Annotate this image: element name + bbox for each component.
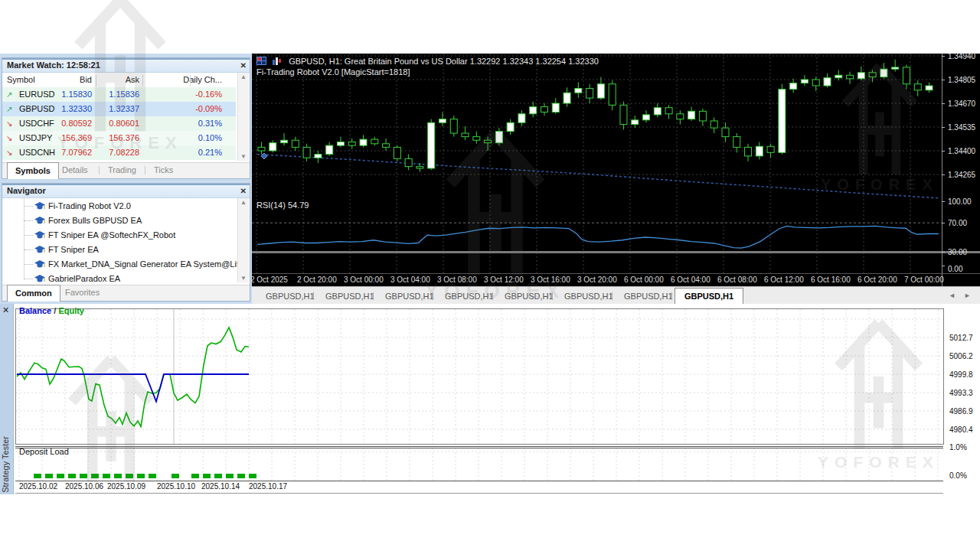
- scroll-down-icon[interactable]: ▼: [238, 153, 249, 160]
- chart-shift-icon[interactable]: [272, 57, 282, 65]
- market-watch-titlebar[interactable]: Market Watch: 12:58:21 ✕: [2, 58, 250, 73]
- price-chart-canvas[interactable]: [252, 54, 942, 274]
- bid-value: 156.369: [61, 131, 92, 145]
- tester-value-label: 4999.8: [949, 370, 973, 379]
- bid-value: 0.80592: [61, 116, 92, 131]
- tab-details[interactable]: Details: [54, 163, 96, 178]
- tabs-scroll-right-icon[interactable]: ►: [964, 292, 971, 299]
- tester-date-label: 2025.10.17: [249, 482, 287, 491]
- tab-divider: [612, 292, 612, 300]
- tab-ticks[interactable]: Ticks: [146, 163, 181, 178]
- column-header-symbol[interactable]: Symbol: [7, 75, 35, 84]
- table-row-eurusd[interactable]: ↗ EURUSD 1.15830 1.15836 -0.16%: [2, 87, 236, 102]
- time-axis-label: 3 Oct 16:00: [531, 276, 570, 284]
- expert-advisor-icon: [34, 246, 45, 254]
- time-axis-label: 6 Oct 08:00: [717, 276, 757, 284]
- strategy-tester-sidebar[interactable]: ✕ Strategy Tester: [0, 304, 14, 494]
- daily-change-value: 0.21%: [198, 145, 222, 160]
- strategy-tester-label: Strategy Tester: [1, 436, 10, 493]
- column-header-bid[interactable]: Bid: [80, 75, 92, 84]
- trend-down-icon: ↘: [6, 145, 15, 160]
- price-axis[interactable]: 1.349401.348051.346701.345351.344001.342…: [942, 54, 980, 286]
- symbol-label: USDCHF: [19, 116, 54, 131]
- tab-trading[interactable]: Trading: [100, 163, 144, 178]
- scroll-down-icon[interactable]: ▼: [238, 275, 249, 282]
- axis-tick: [942, 266, 945, 266]
- scroll-up-icon[interactable]: ▲: [238, 199, 249, 206]
- navigator-item[interactable]: FT Sniper EA: [2, 243, 234, 257]
- navigator-item[interactable]: Fi-Trading Robot V2.0: [2, 199, 234, 214]
- axis-tick: [942, 127, 945, 128]
- table-row-usdjpy[interactable]: ↘ USDJPY 156.369 156.376 0.10%: [2, 131, 236, 145]
- symbol-label: GBPUSD: [19, 102, 54, 116]
- price-axis-label: 1.34535: [948, 123, 975, 132]
- axis-tick: [942, 103, 945, 104]
- tab-divider: [313, 292, 314, 300]
- table-row-gbpusd[interactable]: ↗ GBPUSD 1.32330 1.32337 -0.09%: [2, 102, 236, 116]
- tester-date-label: 2025.10.09: [107, 482, 145, 491]
- navigator-item[interactable]: Forex Bulls GBPUSD EA: [2, 214, 234, 228]
- tree-twig: [24, 264, 33, 265]
- ask-value: 0.80601: [109, 116, 139, 131]
- market-watch-tabbar: Symbols Details Trading Ticks: [2, 162, 250, 178]
- tab-divider: [433, 292, 433, 300]
- navigator-item[interactable]: FX Market_DNA_Signal Generator EA System…: [2, 257, 234, 272]
- navigator-title: Navigator: [7, 186, 46, 195]
- tab-divider: [492, 292, 493, 300]
- ask-value: 1.15836: [109, 87, 139, 102]
- pane-splitter[interactable]: [252, 251, 980, 253]
- market-watch-header[interactable]: Symbol Bid Ask Daily Ch...: [2, 73, 236, 88]
- trend-down-icon: ↘: [6, 131, 15, 145]
- tester-value-label: 5012.7: [949, 334, 973, 342]
- close-icon[interactable]: ✕: [240, 60, 247, 71]
- time-axis-label: 2 Oct 20:00: [297, 276, 337, 284]
- tester-date-label: 2025.10.02: [19, 482, 57, 491]
- bid-value: 7.07962: [61, 145, 92, 160]
- symbol-label: USDCNH: [19, 145, 55, 160]
- axis-tick: [942, 151, 945, 152]
- time-axis-label: 7 Oct 00:00: [904, 276, 944, 284]
- table-row-usdcnh[interactable]: ↘ USDCNH 7.07962 7.08228 0.21%: [2, 145, 236, 160]
- quotes-table-icon[interactable]: [256, 57, 266, 65]
- tree-twig: [24, 206, 33, 207]
- navigator-scrollbar[interactable]: ▲ ▼: [237, 198, 249, 282]
- table-row-usdchf[interactable]: ↘ USDCHF 0.80592 0.80601 0.31%: [2, 116, 236, 131]
- price-axis-label: 1.34265: [948, 171, 975, 179]
- deposit-axis-label: 1.0%: [949, 443, 967, 452]
- scroll-up-icon[interactable]: ▲: [238, 73, 249, 80]
- navigator-item-label: FX Market_DNA_Signal Generator EA System…: [48, 257, 243, 272]
- navigator-titlebar[interactable]: Navigator ✕: [2, 184, 250, 198]
- close-icon[interactable]: ✕: [2, 305, 9, 315]
- tab-common[interactable]: Common: [7, 285, 60, 302]
- time-axis-label: 2 Oct 2025: [250, 276, 288, 284]
- tab-symbols[interactable]: Symbols: [7, 162, 59, 179]
- navigator-item-label: Forex Bulls GBPUSD EA: [48, 214, 142, 228]
- tab-favorites[interactable]: Favorites: [57, 285, 107, 300]
- ea-title: Fi-Trading Robot V2.0 [MagicStart=1818]: [256, 67, 410, 77]
- daily-change-value: 0.31%: [198, 116, 222, 131]
- column-header-change[interactable]: Daily Ch...: [183, 75, 222, 84]
- close-icon[interactable]: ✕: [240, 185, 247, 197]
- rsi-axis-label: 30.00: [948, 248, 967, 256]
- daily-change-value: -0.16%: [195, 87, 222, 102]
- navigator-item[interactable]: FT Sniper EA @SoftechFX_Robot: [2, 228, 234, 243]
- chart-tab-7[interactable]: GBPUSD,H1: [675, 288, 743, 305]
- tabs-scroll-left-icon[interactable]: ◄: [949, 292, 956, 299]
- time-axis[interactable]: 2 Oct 20252 Oct 20:003 Oct 00:003 Oct 04…: [252, 274, 980, 286]
- trend-up-icon: ↗: [6, 87, 15, 102]
- time-axis-label: 3 Oct 00:00: [344, 276, 384, 284]
- rsi-axis-label: 0.00: [948, 265, 962, 273]
- axis-tick: [942, 223, 945, 223]
- daily-change-value: 0.10%: [198, 131, 222, 145]
- tab-divider: [671, 292, 672, 300]
- expert-advisor-icon: [34, 202, 45, 210]
- market-watch-scrollbar[interactable]: ▲ ▼: [237, 73, 249, 161]
- navigator-item-label: Fi-Trading Robot V2.0: [48, 199, 131, 214]
- tree-twig: [24, 279, 33, 279]
- navigator-tabbar: Common Favorites: [2, 285, 250, 301]
- axis-tick: [942, 201, 945, 202]
- tester-chart-canvas[interactable]: [15, 308, 944, 494]
- column-header-ask[interactable]: Ask: [126, 75, 139, 84]
- column-divider: [96, 75, 96, 86]
- tab-divider: [99, 166, 100, 174]
